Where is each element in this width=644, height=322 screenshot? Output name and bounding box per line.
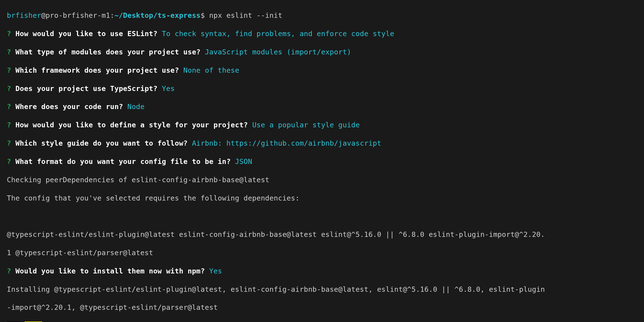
terminal-output[interactable]: brfisher@pro-brfisher-m1:~/Desktop/ts-ex… <box>0 0 644 322</box>
qa-line-5: ? How would you like to define a style f… <box>7 121 637 130</box>
answer-text: JavaScript modules (import/export) <box>205 48 351 56</box>
blank-line <box>7 212 637 221</box>
question-mark-icon: ? <box>7 139 11 147</box>
answer-text: JSON <box>235 157 252 166</box>
answer-text: Airbnb: https://github.com/airbnb/javasc… <box>192 139 381 147</box>
installing-line-2: -import@^2.20.1, @typescript-eslint/pars… <box>7 303 637 312</box>
prompt-line-1: brfisher@pro-brfisher-m1:~/Desktop/ts-ex… <box>7 11 637 20</box>
qa-line-3: ? Does your project use TypeScript? Yes <box>7 84 637 93</box>
question-mark-icon: ? <box>7 66 11 74</box>
question-text: What type of modules does your project u… <box>15 48 200 56</box>
config-line: The config that you've selected requires… <box>7 194 637 203</box>
question-mark-icon: ? <box>7 48 11 56</box>
question-text: Would you like to install them now with … <box>15 267 205 275</box>
prompt-user: brfisher <box>7 11 41 20</box>
deps-line-1: @typescript-eslint/eslint-plugin@latest … <box>7 230 637 239</box>
qa-line-4: ? Where does your code run? Node <box>7 102 637 111</box>
deps-line-2: 1 @typescript-eslint/parser@latest <box>7 248 637 257</box>
answer-text: To check syntax, find problems, and enfo… <box>162 30 394 38</box>
question-mark-icon: ? <box>7 121 11 129</box>
installing-line-1: Installing @typescript-eslint/eslint-plu… <box>7 285 637 294</box>
prompt-dollar: $ <box>200 11 205 20</box>
question-text: Does your project use TypeScript? <box>15 84 158 93</box>
qa-line-0: ? How would you like to use ESLint? To c… <box>7 29 637 38</box>
answer-text: Use a popular style guide <box>252 121 360 129</box>
question-text: What format do you want your config file… <box>15 157 230 166</box>
question-mark-icon: ? <box>7 103 11 111</box>
question-text: Which framework does your project use? <box>15 66 179 74</box>
prompt-path: ~/Desktop/ts-express <box>114 11 200 20</box>
qa-line-7: ? What format do you want your config fi… <box>7 157 637 166</box>
question-mark-icon: ? <box>7 267 11 275</box>
prompt-colon: : <box>110 11 114 20</box>
answer-text: Yes <box>209 267 222 275</box>
question-mark-icon: ? <box>7 30 11 38</box>
question-text: Where does your code run? <box>15 103 123 111</box>
question-mark-icon: ? <box>7 157 11 166</box>
prompt-host: pro-brfisher-m1 <box>46 11 110 20</box>
qa-line-install: ? Would you like to install them now wit… <box>7 267 637 276</box>
answer-text: Yes <box>162 84 175 93</box>
question-mark-icon: ? <box>7 84 11 93</box>
answer-text: Node <box>128 103 145 111</box>
answer-text: None of these <box>183 66 239 74</box>
checking-line: Checking peerDependencies of eslint-conf… <box>7 175 637 184</box>
question-text: How would you like to use ESLint? <box>15 30 158 38</box>
command-text: npx eslint --init <box>209 11 282 20</box>
prompt-at: @ <box>41 11 46 20</box>
qa-line-1: ? What type of modules does your project… <box>7 48 637 57</box>
qa-line-6: ? Which style guide do you want to follo… <box>7 139 637 148</box>
question-text: Which style guide do you want to follow? <box>15 139 188 147</box>
qa-line-2: ? Which framework does your project use?… <box>7 66 637 75</box>
question-text: How would you like to define a style for… <box>15 121 248 129</box>
